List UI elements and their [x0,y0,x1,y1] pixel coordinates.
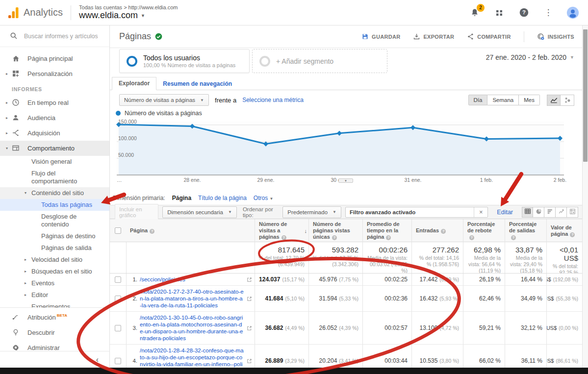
column-header-porcentaje-de-rebote[interactable]: Porcentaje de rebote? [463,219,505,242]
filter-close-button[interactable]: × [474,207,487,217]
sidebar-item-en-tiempo-real[interactable]: ▸En tiempo real [0,95,109,110]
column-header-porcentaje-de-salidas[interactable]: Porcentaje de salidas? [505,219,546,242]
sidebar-item-paginas-de-salida[interactable]: Páginas de salida [0,242,109,254]
analytics-logo[interactable]: Analytics [7,6,63,19]
sidebar-item-vision-general[interactable]: Visión general [0,156,109,168]
motion-chart-toggle[interactable] [561,95,574,106]
svg-text:1 feb.: 1 feb. [480,177,493,183]
avatar[interactable] [566,6,579,19]
dimension-option-pagina[interactable]: Página [172,195,191,201]
help-tooltip-icon[interactable]: ? [570,232,575,237]
bounce-rate-cell: 62,46 % [463,286,505,311]
column-header-valor-de-pagina[interactable]: Valor de página? [546,219,582,242]
sidebar-item-desglose-de-contenido[interactable]: Desglose de contenido [0,211,109,230]
apps-grid-button[interactable] [493,6,506,19]
sort-type-dropdown[interactable]: Predeterminado ▼ [282,206,341,218]
search-input[interactable] [24,33,98,40]
search-icon [10,32,18,40]
page-link[interactable]: /nota/2020-1-28-4-28-32-confeso-que-mato… [140,347,244,368]
legend-dot-icon [116,111,121,116]
granularity-dia[interactable]: Día [468,95,488,105]
select-metric-link[interactable]: Seleccione una métrica [242,97,304,103]
column-header-promedio-de-tiempo-en-la-pagina[interactable]: Promedio de tiempo en la página? [362,219,411,242]
sidebar-item-comportamiento[interactable]: ▾Comportamiento [0,141,109,156]
view-table-toggle[interactable] [522,207,533,218]
sidebar-item-descubrir[interactable]: Descubrir [0,325,109,340]
column-header-numero-de-paginas-vistas-unicas[interactable]: Número de páginas vistas únicas? [308,219,362,242]
sidebar-item-busquedas-en-el-sitio[interactable]: ▸Búsquedas en el sitio [0,266,109,277]
help-button[interactable]: ? [517,6,530,19]
sidebar-item-personalizacion[interactable]: ▸Personalización [0,66,109,81]
metric-selector-dropdown[interactable]: Número de visitas a páginas ▼ [119,94,209,106]
add-segment-button[interactable]: + Añadir segmento [252,49,387,73]
account-selector[interactable]: www.eldia.com ▼ [79,10,178,21]
select-all-checkbox[interactable] [115,227,121,234]
entrances-percent: (6,29 %) [439,276,459,282]
view-performance-toggle[interactable] [544,207,556,218]
help-tooltip-icon[interactable]: ? [281,235,286,240]
dimension-option-otros[interactable]: Otros ▼ [254,195,274,201]
segment-all-users[interactable]: Todos los usuarios 100,00 % Número de vi… [119,49,250,73]
sidebar-item-todas-las-paginas[interactable]: Todas las páginas [0,199,109,211]
sidebar-item-audiencia[interactable]: ▸Audiencia [0,110,109,125]
page-link[interactable]: /nota/2020-1-30-10-45-0-otro-robo-sangri… [140,314,244,342]
insights-button[interactable]: INSIGHTS [537,33,574,41]
row-checkbox[interactable] [115,325,121,331]
sidebar-collapse-button[interactable]: ‹ [0,351,109,368]
unique-pageviews-percent: (4,39 %) [339,325,358,331]
compartir-button[interactable]: COMPARTIR [467,33,511,40]
help-tooltip-icon[interactable]: ? [386,235,391,240]
page-link[interactable]: /nota/2020-1-27-2-37-40-otro-asesinato-e… [140,288,244,309]
help-icon: ? [519,7,529,18]
view-percentage-toggle[interactable] [533,207,544,218]
granularity-mes[interactable]: Mes [519,95,540,105]
help-tooltip-icon[interactable]: ? [511,235,516,240]
exportar-button[interactable]: EXPORTAR [413,33,454,40]
scrollbar-thumb[interactable] [583,29,588,162]
notifications-button[interactable]: 2 [468,6,481,19]
help-tooltip-icon[interactable]: ? [441,229,446,234]
sidebar-item-velocidad-del-sitio[interactable]: ▸Velocidad del sitio [0,254,109,266]
column-header-entradas[interactable]: Entradas? [411,219,463,242]
sidebar-item-contenido-del-sitio[interactable]: ▾Contenido del sitio [0,187,109,199]
row-checkbox[interactable] [115,276,121,283]
sidebar-item-atribucion[interactable]: AtribuciónBETA [0,310,109,325]
sidebar-item-paginas-de-destino[interactable]: Páginas de destino [0,230,109,242]
edit-filter-link[interactable]: Editar [497,209,513,216]
help-tooltip-icon[interactable]: ? [332,235,337,240]
line-chart-toggle[interactable] [547,95,561,106]
view-pivot-toggle[interactable] [567,207,578,218]
chart-zoom-handle[interactable]: ▼ [338,178,353,183]
sidebar-item-adquisicion[interactable]: ▸Adquisición [0,125,109,141]
motion-chart-icon [564,97,571,103]
sidebar-item-experimentos[interactable]: Experimentos [0,301,109,307]
chevron-icon: ▸ [23,281,28,285]
granularity-semana[interactable]: Semana [487,95,519,105]
bulb-icon [12,328,20,337]
column-header-numero-de-visitas-a-paginas[interactable]: Número de visitas a páginas?↓ [255,219,308,242]
sidebar-item-pagina-principal[interactable]: Página principal [0,51,109,66]
row-checkbox[interactable] [115,296,121,302]
column-header-pagina[interactable]: Página? [126,219,255,242]
tab-explorador[interactable]: Explorador [112,77,156,90]
sidebar-item-flujo-del-comportamiento[interactable]: Flujo del comportamiento [0,168,109,187]
date-range-selector[interactable]: 27 ene. 2020 - 2 feb. 2020 ▼ [486,53,574,61]
more-options-button[interactable]: ⋮ [542,6,555,19]
share-icon [467,33,474,40]
action-label: COMPARTIR [477,34,511,40]
help-tooltip-icon[interactable]: ? [469,235,474,240]
guardar-button[interactable]: GUARDAR [361,33,400,40]
sidebar-item-editor[interactable]: ▸Editor [0,289,109,301]
row-checkbox[interactable] [115,358,121,364]
page-cell: 2./nota/2020-1-27-2-37-40-otro-asesinato… [126,286,255,311]
page-value: 0,00 US$ [546,325,557,331]
sidebar-item-eventos[interactable]: ▸Eventos [0,277,109,289]
breadcrumb[interactable]: Todas las cuentas > http://www.eldia.com [79,4,178,10]
view-comparison-toggle[interactable] [556,207,567,218]
secondary-dimension-dropdown[interactable]: Dimensión secundaria ▼ [162,206,237,218]
row-checkbox-cell [110,286,126,311]
tab-resumen-de-navegacion[interactable]: Resumen de navegación [156,78,238,90]
dimension-option-titulo-de-la-pagina[interactable]: Título de la página [198,195,247,201]
help-tooltip-icon[interactable]: ? [150,229,154,234]
page-link[interactable]: /seccion/policiales [140,276,244,283]
